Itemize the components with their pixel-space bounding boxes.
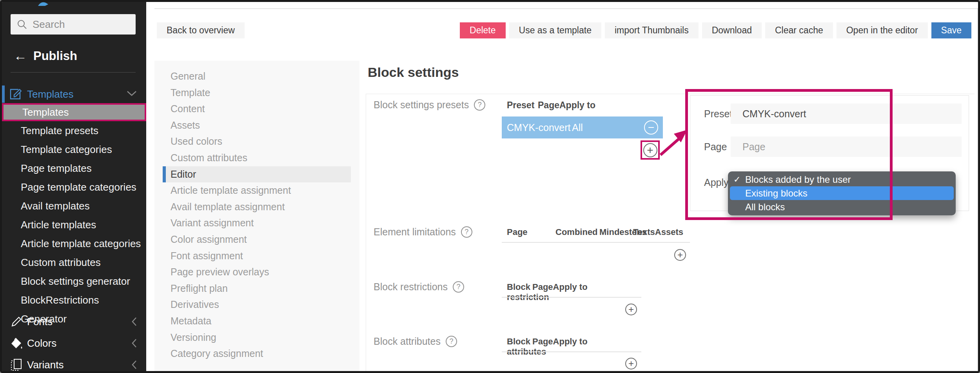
add-element-limitation-button[interactable]: + xyxy=(674,249,686,261)
preset-field-input[interactable] xyxy=(731,104,962,124)
sidebar-item-label: Fonts xyxy=(27,316,53,328)
sidebar-item[interactable]: Block settings generator xyxy=(2,272,146,291)
column-header: Apply to xyxy=(559,100,595,111)
sidebar-item[interactable]: Article template categories xyxy=(2,234,146,253)
column-header: Assets xyxy=(655,227,683,237)
settings-nav-item[interactable]: Color assignment xyxy=(154,231,359,248)
sidebar-item[interactable]: Template categories xyxy=(2,140,146,159)
settings-nav-item[interactable]: Category assignment xyxy=(154,346,359,362)
sidebar-item[interactable]: Article templates xyxy=(2,215,146,234)
toolbar-button[interactable]: Download xyxy=(702,22,762,38)
element-limitations-label: Element limitations ? xyxy=(374,226,472,238)
add-preset-button[interactable]: + xyxy=(643,143,657,157)
publish-label: Publish xyxy=(33,49,77,63)
settings-nav-item-label: Page preview overlays xyxy=(171,266,269,277)
settings-nav-item[interactable]: Article template assignment xyxy=(154,182,359,199)
sidebar-item[interactable]: Avail templates xyxy=(2,197,146,215)
settings-nav-item[interactable]: Page preview overlays xyxy=(154,264,359,280)
column-header: Page xyxy=(532,282,553,302)
block-attributes-header: Block attributesPageApply to xyxy=(507,337,588,357)
column-header: Apply to xyxy=(553,337,588,357)
dropdown-option[interactable]: All blocks xyxy=(728,200,956,214)
settings-nav-item[interactable]: Variant assignment xyxy=(154,215,359,231)
remove-preset-button[interactable]: − xyxy=(644,120,658,135)
apply-to-dropdown: Blocks added by the user Existing blocks… xyxy=(728,171,956,215)
sidebar-item[interactable]: Page templates xyxy=(2,159,146,178)
sidebar-item[interactable]: Page template categories xyxy=(2,178,146,197)
toolbar-button[interactable]: Use as a template xyxy=(509,22,601,38)
page-field-input[interactable] xyxy=(731,136,962,157)
settings-nav-item-label: Variant assignment xyxy=(171,217,254,228)
toolbar-button[interactable]: Open in the editor xyxy=(837,22,928,38)
sidebar-item-colors[interactable]: Colors xyxy=(2,335,146,352)
toolbar-button[interactable]: Delete xyxy=(460,22,505,38)
settings-nav-item[interactable]: Assets xyxy=(154,117,359,134)
help-icon[interactable]: ? xyxy=(461,226,472,238)
settings-nav-item[interactable]: Content xyxy=(154,101,359,117)
settings-nav-item-label: Article template assignment xyxy=(171,185,291,196)
sidebar-item[interactable]: BlockRestrictions Generator xyxy=(2,291,146,309)
add-block-attribute-button[interactable]: + xyxy=(625,358,637,369)
block-restrictions-label: Block restrictions ? xyxy=(374,281,464,293)
sidebar-item-label: Article template categories xyxy=(21,238,141,249)
table-divider xyxy=(502,297,641,298)
settings-nav-item[interactable]: Versioning xyxy=(154,329,359,346)
sidebar-item[interactable]: Template presets xyxy=(2,121,146,140)
sidebar-item-label: Avail templates xyxy=(21,200,90,212)
block-restrictions-header: Block restrictionPageApply to xyxy=(507,282,588,302)
sidebar-item-label: Colors xyxy=(27,337,56,349)
sidebar-item[interactable]: Templates xyxy=(2,103,146,121)
sidebar-divider xyxy=(11,72,136,73)
help-icon[interactable]: ? xyxy=(453,281,464,293)
settings-nav-item[interactable]: General xyxy=(154,68,359,85)
settings-nav-item-label: Editor xyxy=(171,169,196,180)
settings-nav-item[interactable]: Template xyxy=(154,85,359,101)
sidebar-item-fonts[interactable]: Fonts xyxy=(2,313,146,330)
column-header: Page xyxy=(538,100,559,111)
toolbar-button[interactable]: import Thumbnails xyxy=(605,22,699,38)
settings-nav-item[interactable]: Editor xyxy=(163,166,351,183)
sidebar-group-templates[interactable]: Templates xyxy=(2,86,146,103)
chevron-down-icon xyxy=(127,90,137,96)
sidebar-item-variants[interactable]: Variants xyxy=(2,356,146,373)
panel-border xyxy=(366,94,366,373)
column-header: Mindestens xyxy=(599,227,633,237)
help-icon[interactable]: ? xyxy=(474,99,485,111)
dropdown-option[interactable]: Blocks added by the user xyxy=(728,173,956,186)
settings-nav-item[interactable]: Avail template assignment xyxy=(154,199,359,215)
settings-nav-item[interactable]: Used colors xyxy=(154,133,359,150)
settings-nav-item-label: Used colors xyxy=(171,136,222,147)
settings-nav-item-label: Preflight plan xyxy=(171,283,228,294)
preset-row-page: All xyxy=(572,122,583,133)
sidebar: ← Publish Templates Templates Template p… xyxy=(2,2,146,373)
settings-nav-item[interactable]: Metadata xyxy=(154,313,359,329)
settings-nav-item[interactable]: Preflight plan xyxy=(154,280,359,297)
sidebar-item-label: Custom attributes xyxy=(21,257,101,268)
sidebar-group-label: Templates xyxy=(27,88,74,100)
add-block-restriction-button[interactable]: + xyxy=(625,304,637,315)
sidebar-item-label: Page templates xyxy=(21,162,92,174)
add-preset-annotation-box: + xyxy=(641,140,660,160)
toolbar-button[interactable]: Save xyxy=(931,22,971,38)
sidebar-item[interactable]: Custom attributes xyxy=(2,253,146,272)
page-field-label: Page xyxy=(704,141,727,153)
help-icon[interactable]: ? xyxy=(446,336,457,347)
column-header: Page xyxy=(507,227,555,237)
dropdown-option[interactable]: Existing blocks xyxy=(730,186,954,200)
column-header: Preset xyxy=(507,100,538,111)
settings-nav-item[interactable]: Derivatives xyxy=(154,297,359,313)
settings-nav-item-label: Category assignment xyxy=(171,348,263,359)
settings-nav-item[interactable]: Custom attributes xyxy=(154,150,359,166)
action-toolbar: DeleteUse as a templateimport Thumbnails… xyxy=(460,22,971,38)
preset-row-selected[interactable]: CMYK-convert All − xyxy=(502,116,663,138)
toolbar-button[interactable]: Clear cache xyxy=(765,22,833,38)
sidebar-item-label: Template presets xyxy=(21,125,98,136)
back-to-overview-button[interactable]: Back to overview xyxy=(157,22,245,38)
settings-nav-item-label: General xyxy=(171,71,205,82)
publish-back-nav[interactable]: ← Publish xyxy=(14,48,77,64)
settings-nav-item[interactable]: Font assignment xyxy=(154,248,359,264)
chevron-left-icon xyxy=(131,360,137,369)
column-header: Page xyxy=(532,337,553,357)
search-input[interactable] xyxy=(33,18,127,31)
column-header: Texts xyxy=(633,227,655,237)
